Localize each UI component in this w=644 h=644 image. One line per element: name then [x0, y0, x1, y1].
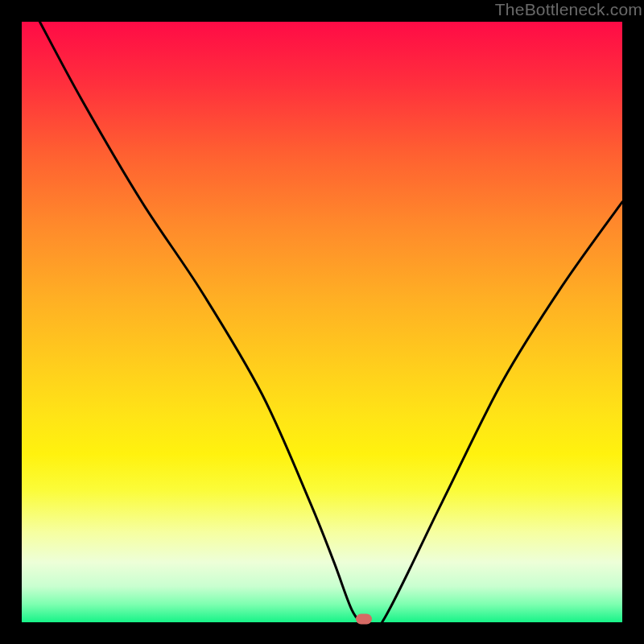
chart-frame: TheBottleneck.com: [0, 0, 644, 644]
plot-area: [22, 22, 622, 622]
minimum-marker: [356, 614, 372, 625]
bottleneck-curve: [22, 22, 622, 622]
watermark-text: TheBottleneck.com: [495, 0, 642, 19]
